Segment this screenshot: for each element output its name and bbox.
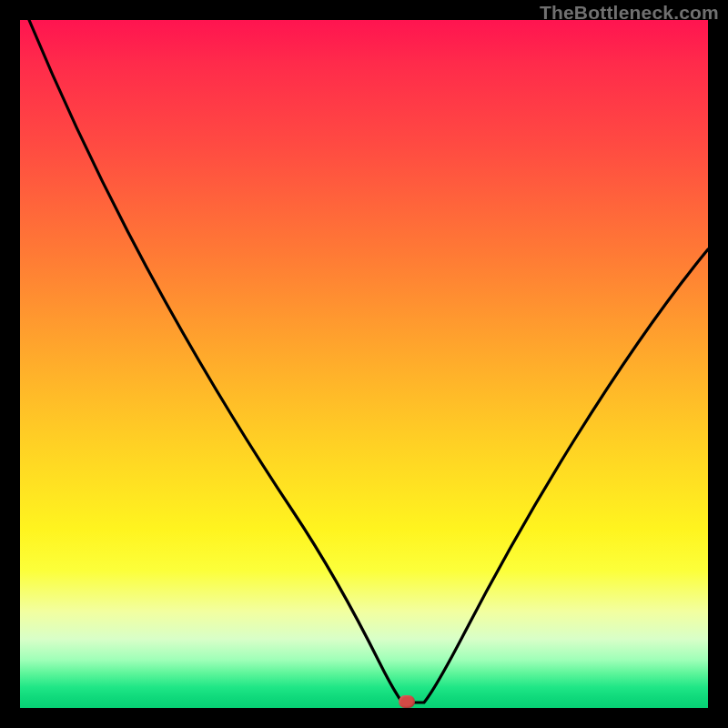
bottleneck-curve	[20, 20, 708, 708]
optimum-marker	[399, 695, 415, 708]
chart-frame: TheBottleneck.com	[0, 0, 728, 728]
curve-path	[29, 20, 708, 703]
watermark-text: TheBottleneck.com	[540, 2, 719, 24]
